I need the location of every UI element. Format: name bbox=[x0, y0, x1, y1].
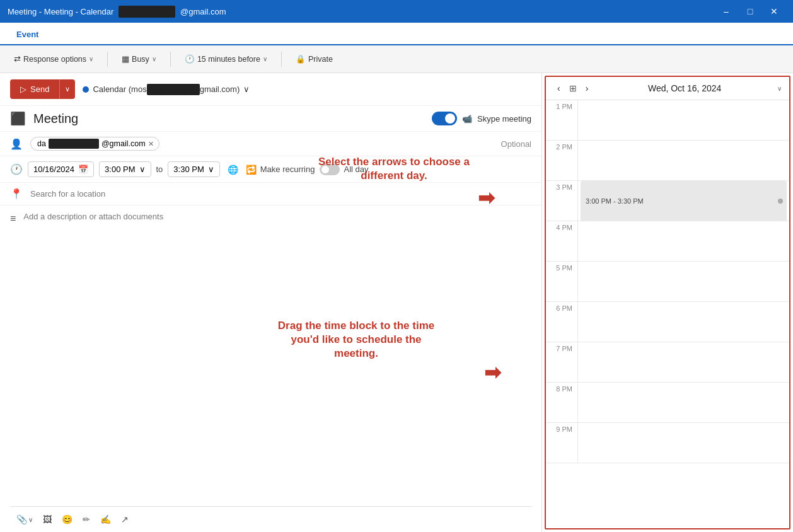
title-bar: Meeting - Meeting - Calendar ████████ @g… bbox=[0, 0, 793, 23]
reminder-button[interactable]: 🕐 15 minutes before ∨ bbox=[178, 50, 274, 67]
time-slot: 2 PM bbox=[546, 141, 789, 181]
event-drag-handle[interactable] bbox=[778, 199, 783, 204]
meeting-title-row: ⬛ 📹 Skype meeting bbox=[0, 106, 541, 132]
minimize-button[interactable]: – bbox=[715, 0, 738, 23]
highlight-icon: ✏ bbox=[83, 514, 90, 524]
calendar-panel: ‹ ⊞ › Wed, Oct 16, 2024 ∨ 1 PM2 PM3 PM3:… bbox=[545, 76, 790, 529]
calendar-dropdown-arrow[interactable]: ∨ bbox=[777, 85, 782, 92]
highlight-button[interactable]: ✏ bbox=[79, 512, 94, 527]
to-label: to bbox=[156, 165, 163, 174]
meeting-title-input[interactable] bbox=[33, 112, 424, 126]
attach-chevron: ∨ bbox=[28, 516, 33, 523]
event-block[interactable]: 3:00 PM - 3:30 PM bbox=[581, 181, 787, 221]
calendar-time-grid[interactable]: 1 PM2 PM3 PM3:00 PM - 3:30 PM4 PM5 PM6 P… bbox=[546, 100, 789, 528]
make-recurring-label: Make recurring bbox=[260, 165, 315, 174]
recurring-icon: 🔁 bbox=[246, 165, 257, 175]
time-slot: 6 PM bbox=[546, 302, 789, 342]
left-panel: ▷ Send ∨ Calendar (mos████████gmail.com)… bbox=[0, 73, 542, 532]
optional-link[interactable]: Optional bbox=[501, 139, 531, 149]
skype-toggle[interactable] bbox=[432, 112, 457, 125]
time-content bbox=[577, 262, 789, 301]
start-time-select[interactable]: 3:00 PM ∨ bbox=[99, 161, 151, 177]
pen-button[interactable]: ✍ bbox=[96, 512, 115, 527]
share-button[interactable]: ↗ bbox=[117, 512, 132, 527]
time-content bbox=[577, 423, 789, 463]
end-time-value: 3:30 PM bbox=[173, 165, 204, 174]
busy-chevron: ∨ bbox=[152, 55, 156, 62]
description-row: ≡ bbox=[10, 205, 531, 506]
private-icon: 🔒 bbox=[296, 54, 306, 64]
attach-button[interactable]: 📎 ∨ bbox=[13, 512, 37, 527]
time-slot: 3 PM3:00 PM - 3:30 PM bbox=[546, 181, 789, 221]
start-time-value: 3:00 PM bbox=[105, 165, 135, 174]
calendar-next-button[interactable]: › bbox=[582, 82, 593, 95]
time-content bbox=[577, 302, 789, 342]
share-icon: ↗ bbox=[121, 514, 129, 524]
datetime-row: 🕐 10/16/2024 📅 3:00 PM ∨ to 3:30 PM ∨ 🌐 … bbox=[0, 156, 541, 183]
send-dropdown-button[interactable]: ∨ bbox=[59, 79, 75, 99]
time-label: 8 PM bbox=[546, 383, 577, 395]
time-content bbox=[577, 221, 789, 261]
allday-toggle[interactable] bbox=[320, 164, 340, 175]
location-icon: 📍 bbox=[10, 188, 23, 200]
response-options-icon: ⇄ bbox=[14, 54, 21, 64]
toolbar: ⇄ Response options ∨ ▦ Busy ∨ 🕐 15 minut… bbox=[0, 45, 793, 73]
title-bar-controls: – □ ✕ bbox=[715, 0, 785, 23]
attendee-remove-button[interactable]: ✕ bbox=[148, 140, 154, 148]
emoji-button[interactable]: 😊 bbox=[58, 512, 76, 527]
main-layout: ▷ Send ∨ Calendar (mos████████gmail.com)… bbox=[0, 73, 793, 532]
image-button[interactable]: 🖼 bbox=[39, 512, 55, 527]
time-content[interactable]: 3:00 PM - 3:30 PM bbox=[577, 181, 789, 221]
date-picker[interactable]: 10/16/2024 📅 bbox=[28, 161, 94, 177]
image-icon: 🖼 bbox=[43, 514, 52, 524]
end-time-chevron: ∨ bbox=[208, 165, 214, 174]
maximize-button[interactable]: □ bbox=[739, 0, 761, 23]
calendar-selector[interactable]: Calendar (mos████████gmail.com) ∨ bbox=[83, 84, 250, 94]
attendees-row: 👤 da████████@gmail.com ✕ Optional bbox=[0, 132, 541, 156]
attendee-domain: @gmail.com bbox=[101, 139, 146, 148]
tab-event[interactable]: Event bbox=[8, 25, 47, 45]
emoji-icon: 😊 bbox=[62, 514, 72, 524]
attach-icon: 📎 bbox=[16, 514, 27, 524]
end-time-select[interactable]: 3:30 PM ∨ bbox=[168, 161, 219, 177]
attendee-email-redacted: ████████ bbox=[49, 139, 99, 149]
title-bar-left: Meeting - Meeting - Calendar ████████ @g… bbox=[8, 6, 226, 18]
reminder-label: 15 minutes before bbox=[197, 55, 260, 64]
busy-icon: ▦ bbox=[122, 54, 129, 64]
timezone-icon[interactable]: 🌐 bbox=[228, 165, 238, 175]
response-options-chevron: ∨ bbox=[89, 55, 93, 62]
app-title: Meeting - Meeting - Calendar bbox=[8, 7, 113, 16]
toolbar-separator-3 bbox=[281, 52, 282, 67]
attendee-tag: da████████@gmail.com ✕ bbox=[30, 137, 159, 151]
busy-button[interactable]: ▦ Busy ∨ bbox=[115, 50, 163, 67]
skype-icon: 📹 bbox=[462, 114, 472, 124]
title-bar-email-domain: @gmail.com bbox=[180, 7, 226, 16]
response-options-label: Response options bbox=[23, 55, 86, 64]
send-button[interactable]: ▷ Send bbox=[10, 79, 59, 99]
response-options-button[interactable]: ⇄ Response options ∨ bbox=[8, 50, 100, 67]
toolbar-separator-2 bbox=[170, 52, 171, 67]
calendar-grid-icon[interactable]: ⊞ bbox=[569, 83, 577, 93]
time-slot: 7 PM bbox=[546, 342, 789, 383]
attendee-prefix: da bbox=[37, 139, 46, 148]
skype-label: Skype meeting bbox=[477, 114, 531, 124]
location-row: 📍 bbox=[0, 183, 541, 205]
time-label: 3 PM bbox=[546, 181, 577, 194]
time-label: 5 PM bbox=[546, 262, 577, 274]
send-row: ▷ Send ∨ Calendar (mos████████gmail.com)… bbox=[0, 73, 541, 106]
format-toolbar: 📎 ∨ 🖼 😊 ✏ ✍ ↗ bbox=[10, 506, 531, 532]
close-button[interactable]: ✕ bbox=[763, 0, 785, 23]
skype-toggle-row: 📹 Skype meeting bbox=[432, 112, 531, 125]
calendar-prev-button[interactable]: ‹ bbox=[553, 82, 564, 95]
private-label: Private bbox=[308, 55, 333, 64]
reminder-chevron: ∨ bbox=[263, 55, 267, 62]
make-recurring-button[interactable]: 🔁 Make recurring bbox=[246, 165, 315, 175]
description-input[interactable] bbox=[23, 212, 531, 506]
attendees-field: da████████@gmail.com ✕ bbox=[30, 137, 494, 151]
clock-icon: 🕐 bbox=[10, 163, 23, 175]
private-button[interactable]: 🔒 Private bbox=[289, 50, 339, 67]
send-icon: ▷ bbox=[20, 84, 26, 94]
allday-knob bbox=[321, 166, 329, 173]
location-input[interactable] bbox=[30, 189, 531, 199]
send-label: Send bbox=[30, 84, 49, 94]
